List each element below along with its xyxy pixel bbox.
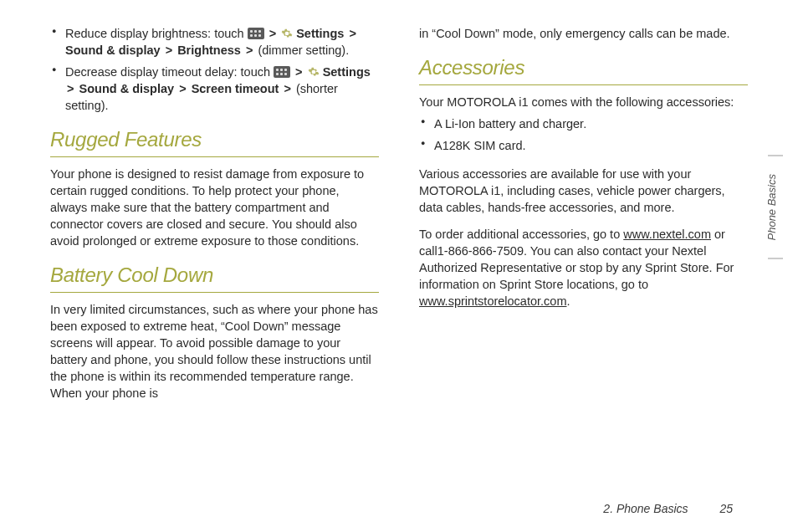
separator: >: [282, 82, 292, 95]
left-column: Reduce display brightness: touch > Setti…: [50, 25, 379, 468]
divider: [50, 292, 379, 293]
paragraph: In very limited circumstances, such as w…: [50, 301, 379, 402]
text: Reduce display brightness: touch: [65, 27, 248, 40]
list-item: A128K SIM card.: [419, 137, 748, 154]
breadcrumb: Settings: [296, 27, 344, 40]
page-footer: 2. Phone Basics 25: [603, 502, 733, 515]
breadcrumb: Brightness: [177, 43, 241, 57]
gear-icon: [281, 28, 293, 39]
paragraph: Various accessories are available for us…: [419, 166, 748, 216]
breadcrumb: Sound & display: [79, 82, 175, 95]
text: To order additional accessories, go to: [419, 228, 623, 241]
breadcrumb: Screen timeout: [192, 82, 279, 95]
text: (dimmer setting).: [258, 43, 349, 57]
page-number: 25: [719, 502, 733, 515]
heading-rugged: Rugged Features: [50, 125, 379, 153]
divider: [50, 156, 379, 157]
text: A Li-Ion battery and charger.: [434, 117, 586, 130]
side-tab: Phone Basics: [762, 159, 781, 256]
divider: [419, 84, 748, 85]
separator: >: [294, 65, 304, 79]
paragraph: Your MOTOROLA i1 comes with the followin…: [419, 94, 748, 110]
link-sprint-locator[interactable]: www.sprintstorelocator.com: [419, 294, 566, 308]
chapter-label: 2. Phone Basics: [603, 502, 688, 515]
heading-accessories: Accessories: [419, 54, 748, 81]
page-body: Reduce display brightness: touch > Setti…: [0, 0, 798, 468]
paragraph: To order additional accessories, go to w…: [419, 226, 748, 309]
separator: >: [65, 82, 75, 95]
text: A128K SIM card.: [434, 139, 526, 152]
separator: >: [177, 82, 187, 95]
app-grid-icon: [274, 66, 290, 78]
right-column: in “Cool Down” mode, only emergency call…: [419, 25, 748, 468]
list-item: Reduce display brightness: touch > Setti…: [50, 25, 379, 59]
separator: >: [164, 43, 174, 57]
list-item: Decrease display timeout delay: touch > …: [50, 64, 379, 114]
accessories-list: A Li-Ion battery and charger. A128K SIM …: [419, 115, 748, 154]
tips-list: Reduce display brightness: touch > Setti…: [50, 25, 379, 114]
breadcrumb: Sound & display: [65, 43, 161, 57]
separator: >: [268, 27, 278, 40]
paragraph: Your phone is designed to resist damage …: [50, 166, 379, 249]
breadcrumb: Settings: [323, 65, 371, 79]
list-item: A Li-Ion battery and charger.: [419, 115, 748, 132]
text: .: [566, 294, 570, 308]
text: Decrease display timeout delay: touch: [65, 65, 274, 79]
paragraph: in “Cool Down” mode, only emergency call…: [419, 25, 748, 42]
separator: >: [347, 27, 357, 40]
app-grid-icon: [248, 28, 264, 39]
gear-icon: [308, 66, 320, 78]
link-nextel[interactable]: www.nextel.com: [623, 228, 711, 241]
heading-battery: Battery Cool Down: [50, 261, 379, 289]
separator: >: [244, 43, 254, 57]
